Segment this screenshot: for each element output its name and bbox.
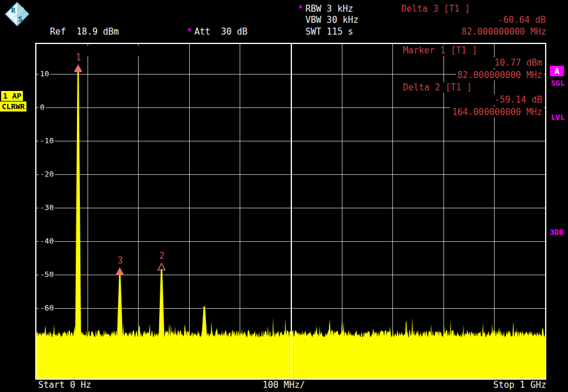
attenuation-label: Att 30 dB <box>194 27 247 37</box>
vbw-label: VBW 30 kHz <box>305 15 358 25</box>
y-axis-label: -60 <box>39 303 55 312</box>
grid-center-vline <box>291 44 292 379</box>
threedb-indicator: 3DB <box>550 228 563 236</box>
marker-2-label: 2 <box>159 251 164 261</box>
rbw-changed-star: * <box>298 4 303 14</box>
delta3-title: Delta 3 [T1 ] <box>401 4 470 14</box>
plot-frame: Offset 10.9 dB 10 0 -10 -20 -30 -40 -50 … <box>35 43 546 380</box>
trace1-write-badge: CLRWR <box>0 102 26 111</box>
single-sweep-indicator: SGL <box>551 79 564 87</box>
trace1-mode-badge: 1 AP <box>1 91 23 101</box>
delta3-value: -60.64 dB <box>498 15 546 25</box>
marker1-title: Marker 1 [T1 ] <box>401 45 479 56</box>
y-axis-label: -40 <box>39 236 55 245</box>
marker-3-icon[interactable] <box>116 266 124 278</box>
y-axis-label: 10 <box>39 69 51 78</box>
span-per-div-label: 100 MHz/ <box>263 380 305 390</box>
start-frequency-label: Start 0 Hz <box>38 380 91 390</box>
marker1-frequency: 82.000000000 MHz <box>456 70 545 80</box>
y-axis-label: -10 <box>39 136 55 145</box>
screen-a-badge: A <box>550 66 564 76</box>
swt-label: SWT 115 s <box>305 27 353 37</box>
logo-letter-r: R <box>11 6 16 15</box>
y-axis-label: -20 <box>39 170 55 178</box>
delta2-value: -59.14 dB <box>493 94 544 105</box>
rs-logo: R S <box>5 2 29 26</box>
level-indicator: LVL <box>551 113 564 121</box>
marker-2-icon[interactable] <box>157 262 166 273</box>
ref-level-label: Ref 18.9 dBm <box>50 27 119 37</box>
spectrum-analyzer-screen: R S Ref 18.9 dBm * Att 30 dB * RBW 3 kHz… <box>0 0 568 392</box>
delta2-title: Delta 2 [T1 ] <box>401 82 473 93</box>
marker-1-icon[interactable] <box>74 63 82 75</box>
y-axis-label: -30 <box>39 203 55 212</box>
att-changed-star: * <box>187 27 192 37</box>
marker-1-label: 1 <box>76 53 81 62</box>
delta3-frequency: 82.000000000 MHz <box>462 27 547 37</box>
rbw-label: RBW 3 kHz <box>305 4 353 14</box>
plot-area: Offset 10.9 dB 10 0 -10 -20 -30 -40 -50 … <box>36 44 545 379</box>
marker1-value: 10.77 dBm <box>493 58 544 68</box>
y-axis-label: 0 <box>39 103 46 111</box>
logo-letter-s: S <box>18 15 22 23</box>
delta2-frequency: 164.000000000 MHz <box>450 107 544 117</box>
stop-frequency-label: Stop 1 GHz <box>493 380 546 390</box>
y-axis-label: -50 <box>39 270 55 279</box>
marker-3-label: 3 <box>117 256 123 265</box>
